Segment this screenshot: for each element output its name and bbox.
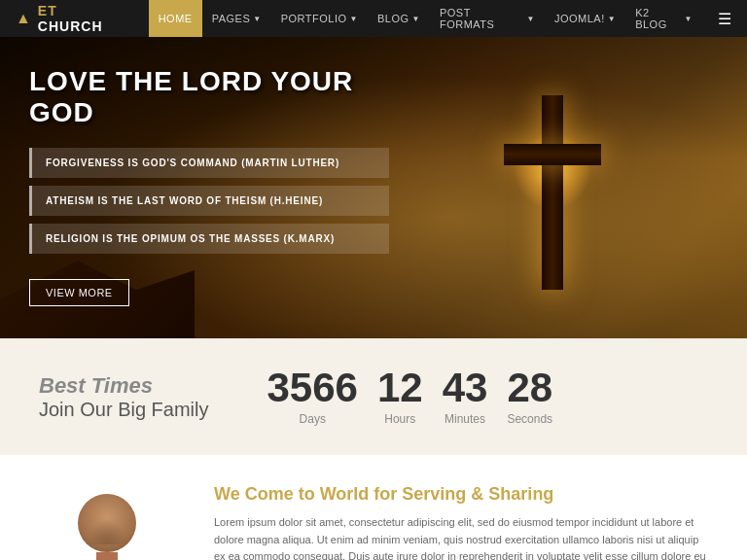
hero-quote-2: ATHEISM IS THE LAST WORD OF THEISM (H.He… — [29, 186, 389, 216]
navbar: ▲ ET CHURCH HOME PAGES▼ PORTFOLIO▼ BLOG▼… — [0, 0, 747, 37]
countdown-minutes-value: 43 — [443, 368, 488, 408]
about-title: We Come to World for Serving & Sharing — [214, 484, 708, 505]
countdown-minutes-label: Minutes — [443, 412, 488, 426]
hero-quote-3: RELIGION IS THE OPIMUM OS THE MASSES (K.… — [29, 224, 389, 254]
about-paragraph-1: Lorem ipsum dolor sit amet, consectetur … — [214, 514, 708, 560]
nav-links: HOME PAGES▼ PORTFOLIO▼ BLOG▼ POST FORMAT… — [149, 0, 702, 37]
countdown-seconds-value: 28 — [507, 368, 552, 408]
brand-logo[interactable]: ▲ ET CHURCH — [16, 3, 125, 34]
nav-item-k2blog[interactable]: K2 BLOG▼ — [625, 0, 702, 37]
countdown-minutes: 43 Minutes — [443, 368, 488, 426]
person-face — [83, 515, 131, 544]
nav-item-post-formats[interactable]: POST FORMATS▼ — [430, 0, 545, 37]
person-head — [78, 494, 136, 552]
person-neck — [96, 552, 118, 560]
countdown-numbers: 3566 Days 12 Hours 43 Minutes 28 Seconds — [267, 368, 553, 426]
countdown-days: 3566 Days — [267, 368, 358, 426]
countdown-days-value: 3566 — [267, 368, 358, 408]
view-more-button[interactable]: View More — [29, 279, 129, 306]
brand-name: ET CHURCH — [38, 3, 125, 34]
person-image — [39, 494, 175, 560]
hero-section: LOVE THE LORD YOUR GOD FORGIVENESS IS GO… — [0, 37, 747, 338]
countdown-days-label: Days — [267, 412, 358, 426]
about-image-column — [19, 484, 195, 560]
about-text-column: We Come to World for Serving & Sharing L… — [195, 484, 728, 560]
about-section: We Come to World for Serving & Sharing L… — [0, 455, 747, 560]
nav-item-home[interactable]: HOME — [149, 0, 202, 37]
cross-horizontal — [504, 144, 601, 165]
countdown-heading: Best Times Join Our Big Family — [39, 373, 209, 421]
countdown-seconds-label: Seconds — [507, 412, 552, 426]
countdown-hours: 12 Hours — [377, 368, 423, 426]
countdown-seconds: 28 Seconds — [507, 368, 552, 426]
countdown-section: Best Times Join Our Big Family 3566 Days… — [0, 338, 747, 455]
cross-decoration — [475, 95, 630, 309]
hero-title: LOVE THE LORD YOUR GOD — [29, 66, 389, 128]
nav-item-blog[interactable]: BLOG▼ — [368, 0, 430, 37]
countdown-hours-label: Hours — [377, 412, 423, 426]
cross-vertical — [542, 95, 563, 290]
countdown-hours-value: 12 — [377, 368, 423, 408]
hero-content: LOVE THE LORD YOUR GOD FORGIVENESS IS GO… — [0, 37, 418, 335]
countdown-subtitle: Join Our Big Family — [39, 399, 209, 421]
nav-item-pages[interactable]: PAGES▼ — [202, 0, 271, 37]
hamburger-icon[interactable]: ☰ — [718, 10, 731, 28]
countdown-title: Best Times — [39, 373, 209, 399]
nav-item-joomla[interactable]: JOOMLA!▼ — [545, 0, 625, 37]
nav-item-portfolio[interactable]: PORTFOLIO▼ — [271, 0, 368, 37]
brand-icon: ▲ — [16, 10, 32, 27]
hero-quote-1: FORGIVENESS IS GOD'S COMMAND (Martin Lut… — [29, 148, 389, 178]
